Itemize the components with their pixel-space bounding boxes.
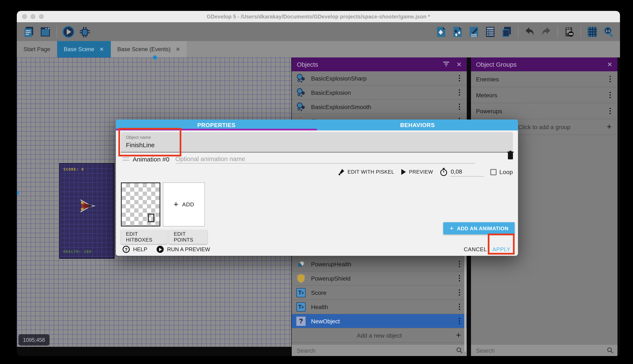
- tab-base-scene[interactable]: Base Scene ✕: [57, 41, 111, 58]
- scene-score-text: SCORE: 0: [63, 167, 84, 172]
- text-object-icon: Tx: [296, 302, 306, 312]
- filter-icon[interactable]: [443, 61, 450, 68]
- plus-icon: +: [174, 200, 178, 209]
- frame-duration-input[interactable]: 0,08: [450, 167, 483, 176]
- frame-thumbnail-transparent[interactable]: [121, 182, 160, 226]
- groups-search-input[interactable]: [475, 346, 607, 354]
- drag-handle-icon[interactable]: [123, 157, 129, 160]
- edit-points-button[interactable]: EDIT POINTS: [169, 230, 207, 244]
- object-row[interactable]: BasicExplosionSharp: [292, 71, 467, 86]
- group-name: Meteors: [476, 92, 497, 98]
- object-groups-panel-header: Object Groups ✕: [471, 58, 617, 71]
- object-row[interactable]: PowerupShield: [292, 271, 467, 286]
- edit-scene-properties-icon[interactable]: [468, 25, 480, 38]
- object-row[interactable]: PowerupHealth: [292, 257, 467, 271]
- loop-checkbox[interactable]: [490, 169, 496, 175]
- dialog-footer: ? HELP RUN A PREVIEW CANCEL APPLY: [116, 243, 518, 256]
- object-row[interactable]: Tx Health: [292, 300, 467, 314]
- row-menu-icon[interactable]: [459, 275, 463, 282]
- start-page-icon[interactable]: [39, 25, 52, 38]
- edit-with-piskel-label: EDIT WITH PISKEL: [348, 169, 394, 175]
- zoom-1-1-icon[interactable]: 1:1: [602, 25, 615, 38]
- selection-handle-left[interactable]: [17, 191, 19, 195]
- object-name: NewObject: [311, 318, 340, 324]
- object-row[interactable]: BasicExplosionSmooth: [292, 100, 467, 114]
- object-row[interactable]: Tx Score: [292, 286, 467, 300]
- row-menu-icon[interactable]: [459, 318, 463, 324]
- minimize-window-button[interactable]: [31, 14, 35, 19]
- help-button[interactable]: ? HELP: [123, 246, 147, 253]
- add-animation-button[interactable]: + ADD AN ANIMATION: [443, 222, 515, 234]
- row-menu-icon[interactable]: [609, 76, 613, 82]
- project-manager-icon[interactable]: [23, 25, 35, 38]
- loop-label: Loop: [499, 168, 513, 175]
- scene-window-rect[interactable]: SCORE: 0 HEALTH: 100: [59, 163, 115, 259]
- cursor-coordinates-tooltip: 1095;458: [19, 334, 50, 346]
- close-window-button[interactable]: [22, 14, 27, 19]
- edit-object-icon[interactable]: [435, 25, 447, 38]
- close-panel-icon[interactable]: ✕: [607, 60, 612, 68]
- help-label: HELP: [133, 246, 147, 252]
- close-tab-icon[interactable]: ✕: [99, 46, 104, 52]
- group-row[interactable]: Meteors: [471, 87, 617, 103]
- render-options-icon[interactable]: [563, 25, 575, 38]
- selection-handle-top[interactable]: [153, 55, 157, 60]
- screenshot-stage: GDevelop 5 - /Users/dkarakay/Documents/G…: [0, 0, 633, 364]
- layers-icon[interactable]: [500, 25, 513, 38]
- undo-icon[interactable]: [523, 25, 536, 38]
- objects-search-input[interactable]: [296, 346, 456, 354]
- add-frame-button[interactable]: + ADD: [163, 182, 205, 226]
- editor-tabbar: Start Page Base Scene ✕ Base Scene (Even…: [17, 41, 620, 58]
- instances-list-icon[interactable]: [484, 25, 497, 38]
- row-menu-icon[interactable]: [459, 289, 463, 296]
- cancel-button[interactable]: CANCEL: [464, 243, 487, 256]
- animation-name-input[interactable]: [175, 154, 475, 164]
- redo-icon[interactable]: [540, 25, 552, 38]
- player-ship-sprite[interactable]: [80, 199, 97, 215]
- groups-search-bar: [471, 344, 617, 356]
- brush-icon: [338, 168, 345, 175]
- tab-label: Base Scene: [64, 46, 94, 52]
- row-menu-icon[interactable]: [609, 92, 613, 98]
- run-preview-button[interactable]: RUN A PREVIEW: [157, 246, 210, 253]
- debug-icon[interactable]: [79, 25, 91, 38]
- toggle-grid-icon[interactable]: [586, 25, 598, 38]
- preview-button[interactable]: PREVIEW: [401, 169, 433, 175]
- edit-hitboxes-button[interactable]: EDIT HITBOXES: [121, 230, 167, 244]
- tab-behaviors[interactable]: BEHAVIORS: [317, 120, 518, 130]
- toolbar-separator: [518, 26, 518, 38]
- row-menu-icon[interactable]: [609, 108, 613, 114]
- toolbar-separator: [57, 26, 57, 38]
- text-object-icon: Tx: [296, 288, 306, 298]
- object-row[interactable]: BasicExplosion: [292, 86, 467, 100]
- object-name: Score: [311, 289, 326, 296]
- row-menu-icon[interactable]: [459, 89, 463, 96]
- loop-control: Loop: [490, 168, 513, 175]
- traffic-lights[interactable]: [22, 14, 44, 19]
- object-name-value[interactable]: FinishLine: [126, 141, 508, 148]
- edit-with-piskel-button[interactable]: EDIT WITH PISKEL: [338, 168, 394, 175]
- object-row-selected[interactable]: ? NewObject: [292, 314, 467, 328]
- row-menu-icon[interactable]: [459, 75, 463, 82]
- shield-icon: [296, 273, 306, 283]
- plus-icon: +: [456, 330, 461, 340]
- add-object-row[interactable]: Add a new object +: [292, 328, 467, 342]
- toolbar-left-group: [23, 25, 91, 38]
- tab-start-page[interactable]: Start Page: [17, 41, 57, 58]
- zoom-window-button[interactable]: [39, 14, 44, 19]
- close-panel-icon[interactable]: ✕: [457, 60, 462, 68]
- edit-object-groups-icon[interactable]: [451, 25, 464, 38]
- object-groups-panel-title: Object Groups: [476, 61, 516, 68]
- close-tab-icon[interactable]: ✕: [176, 46, 180, 52]
- objects-scrollbar[interactable]: [464, 256, 466, 352]
- row-menu-icon[interactable]: [459, 104, 463, 110]
- tab-base-scene-events[interactable]: Base Scene (Events) ✕: [111, 41, 187, 58]
- group-row[interactable]: Enemies: [471, 71, 617, 87]
- row-menu-icon[interactable]: [459, 304, 463, 310]
- delete-animation-icon[interactable]: [507, 150, 514, 162]
- preview-label: PREVIEW: [409, 169, 433, 175]
- play-preview-icon[interactable]: [62, 25, 75, 38]
- group-row[interactable]: Powerups: [471, 103, 617, 119]
- object-editor-dialog: PROPERTIES BEHAVIORS Object name FinishL…: [116, 120, 518, 256]
- row-menu-icon[interactable]: [459, 261, 463, 267]
